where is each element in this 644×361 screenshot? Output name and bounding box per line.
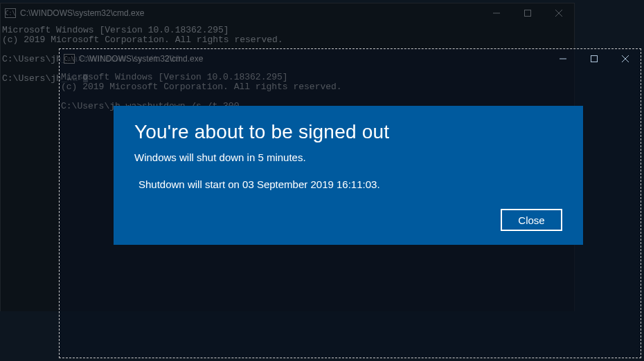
dialog-buttons: Close [134, 209, 562, 231]
cmd-back-window-controls [481, 3, 574, 23]
minimize-icon[interactable] [481, 3, 512, 23]
cmd-icon: C:\ [5, 8, 16, 18]
console-line: Microsoft Windows [Version 10.0.18362.29… [2, 26, 570, 35]
cmd-front-titlebar: C:\ C:\WINDOWS\system32\cmd.exe [60, 49, 641, 68]
svg-rect-1 [524, 10, 530, 17]
dialog-message-1: Windows will shut down in 5 minutes. [134, 151, 562, 163]
dialog-message-2: Shutdown will start on 03 September 2019… [134, 178, 562, 190]
cmd-icon: C:\ [64, 54, 75, 64]
cmd-front-title: C:\WINDOWS\system32\cmd.exe [79, 54, 203, 64]
shutdown-dialog: You're about to be signed out Windows wi… [114, 106, 583, 245]
maximize-icon[interactable] [578, 49, 609, 68]
console-line: Microsoft Windows [Version 10.0.18362.29… [61, 73, 636, 82]
dialog-title: You're about to be signed out [134, 121, 562, 143]
console-line: (c) 2019 Microsoft Corporation. All righ… [61, 82, 636, 92]
close-button[interactable]: Close [501, 209, 562, 231]
close-icon[interactable] [609, 49, 641, 68]
cmd-back-titlebar: C:\ C:\WINDOWS\system32\cmd.exe [1, 3, 574, 23]
cmd-front-window-controls [547, 49, 641, 68]
cmd-front-output: Microsoft Windows [Version 10.0.18362.29… [60, 68, 641, 111]
close-icon[interactable] [543, 3, 574, 23]
svg-rect-5 [591, 56, 597, 62]
maximize-icon[interactable] [512, 3, 543, 23]
console-line: (c) 2019 Microsoft Corporation. All righ… [2, 35, 570, 45]
console-blank-line [61, 92, 636, 102]
minimize-icon[interactable] [547, 49, 578, 68]
cmd-back-title: C:\WINDOWS\system32\cmd.exe [20, 8, 144, 18]
